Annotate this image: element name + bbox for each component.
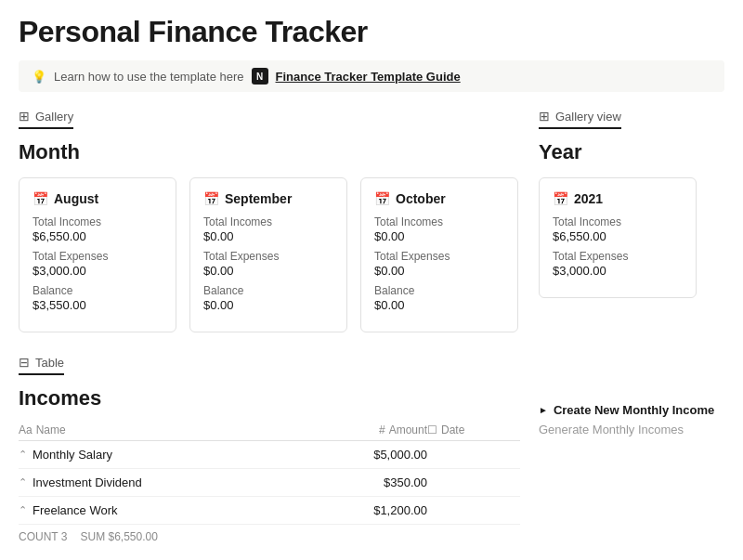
footer-count: COUNT 3 xyxy=(19,530,67,543)
row-amount: $5,000.00 xyxy=(306,448,427,462)
total-incomes-label: Total Incomes xyxy=(203,215,333,228)
table-footer: COUNT 3 SUM $6,550.00 xyxy=(19,525,520,549)
guide-link[interactable]: Finance Tracker Template Guide xyxy=(276,70,461,84)
row-name-text: Monthly Salary xyxy=(33,448,112,462)
table-row[interactable]: ⌃ Monthly Salary $5,000.00 xyxy=(19,441,520,469)
name-type-icon: Aa xyxy=(19,423,33,436)
col-amount-header: # Amount xyxy=(306,423,427,436)
month-gallery-cards: 📅 August Total Incomes $6,550.00 Total E… xyxy=(19,177,520,332)
balance-value: $0.00 xyxy=(203,298,333,312)
total-expenses-value: $3,000.00 xyxy=(33,264,163,278)
year-section: ⊞ Gallery view Year 📅 2021 Total Incomes… xyxy=(539,109,724,332)
balance-label: Balance xyxy=(203,284,333,297)
date-col-label: Date xyxy=(441,423,464,436)
month-card-september[interactable]: 📅 September Total Incomes $0.00 Total Ex… xyxy=(189,177,347,332)
calendar-icon: 📅 xyxy=(203,191,219,206)
incomes-section: ⊟ Table Incomes Aa Name # Amount ☐ Date xyxy=(19,355,520,549)
generate-monthly-incomes-link[interactable]: Generate Monthly Incomes xyxy=(539,423,724,436)
create-new-monthly-income-button[interactable]: ► Create New Monthly Income xyxy=(539,403,724,417)
row-name-text: Investment Dividend xyxy=(33,475,142,489)
month-section: ⊞ Gallery Month 📅 August Total Incomes $… xyxy=(19,109,520,332)
card-month-name: September xyxy=(225,191,292,206)
total-expenses-value: $0.00 xyxy=(374,264,504,278)
table-row[interactable]: ⌃ Freelance Work $1,200.00 xyxy=(19,497,520,525)
card-month-name: August xyxy=(54,191,98,206)
year-gallery-cards: 📅 2021 Total Incomes $6,550.00 Total Exp… xyxy=(539,177,724,298)
learn-text: Learn how to use the template here xyxy=(54,70,244,84)
gallery-tab[interactable]: ⊞ Gallery xyxy=(19,109,73,129)
total-expenses-value: $0.00 xyxy=(203,264,333,278)
balance-value: $3,550.00 xyxy=(33,298,163,312)
bulb-icon: 💡 xyxy=(32,70,46,84)
calendar-icon: 📅 xyxy=(374,191,390,206)
table-tab[interactable]: ⊟ Table xyxy=(19,355,64,375)
chevron-icon: ⌃ xyxy=(19,449,27,461)
table-header: Aa Name # Amount ☐ Date xyxy=(19,420,520,441)
total-expenses-label: Total Expenses xyxy=(33,250,163,263)
row-name-text: Freelance Work xyxy=(33,503,118,517)
year-card-name: 2021 xyxy=(574,191,603,206)
balance-value: $0.00 xyxy=(374,298,504,312)
balance-label: Balance xyxy=(33,284,163,297)
page-title: Personal Finance Tracker xyxy=(19,15,724,49)
total-incomes-label: Total Incomes xyxy=(33,215,163,228)
amount-col-label: Amount xyxy=(389,423,427,436)
total-expenses-label: Total Expenses xyxy=(374,250,504,263)
gallery-view-tab[interactable]: ⊞ Gallery view xyxy=(539,109,621,129)
bottom-section: ⊟ Table Incomes Aa Name # Amount ☐ Date xyxy=(19,355,724,549)
total-incomes-label: Total Incomes xyxy=(553,215,683,228)
month-card-october[interactable]: 📅 October Total Incomes $0.00 Total Expe… xyxy=(360,177,518,332)
actions-column: ► Create New Monthly Income Generate Mon… xyxy=(539,355,724,549)
total-incomes-value: $6,550.00 xyxy=(33,229,163,243)
table-tab-label: Table xyxy=(35,356,64,370)
card-month-name: October xyxy=(396,191,446,206)
col-name-header: Aa Name xyxy=(19,423,306,436)
gallery-view-icon: ⊞ xyxy=(539,109,550,124)
table-icon: ⊟ xyxy=(19,355,30,370)
month-card-august[interactable]: 📅 August Total Incomes $6,550.00 Total E… xyxy=(19,177,176,332)
total-expenses-value: $3,000.00 xyxy=(553,264,683,278)
create-btn-label: Create New Monthly Income xyxy=(554,403,714,417)
name-col-label: Name xyxy=(36,423,66,436)
total-incomes-value: $0.00 xyxy=(203,229,333,243)
total-expenses-label: Total Expenses xyxy=(203,250,333,263)
year-heading: Year xyxy=(539,140,724,164)
table-row[interactable]: ⌃ Investment Dividend $350.00 xyxy=(19,469,520,497)
total-incomes-label: Total Incomes xyxy=(374,215,504,228)
date-type-icon: ☐ xyxy=(427,423,437,436)
balance-label: Balance xyxy=(374,284,504,297)
incomes-heading: Incomes xyxy=(19,386,520,410)
footer-sum: SUM $6,550.00 xyxy=(80,530,157,543)
total-expenses-label: Total Expenses xyxy=(553,250,683,263)
row-amount: $350.00 xyxy=(306,475,427,489)
gallery-view-tab-label: Gallery view xyxy=(555,110,621,124)
learn-bar: 💡 Learn how to use the template here N F… xyxy=(19,60,724,92)
col-date-header: ☐ Date xyxy=(427,423,520,436)
calendar-icon: 📅 xyxy=(33,191,48,206)
month-heading: Month xyxy=(19,140,520,164)
row-amount: $1,200.00 xyxy=(306,503,427,517)
top-section: ⊞ Gallery Month 📅 August Total Incomes $… xyxy=(19,109,724,332)
gallery-icon: ⊞ xyxy=(19,109,30,124)
gallery-tab-label: Gallery xyxy=(35,110,73,124)
total-incomes-value: $6,550.00 xyxy=(553,229,683,243)
arrow-icon: ► xyxy=(539,405,548,415)
year-card-2021[interactable]: 📅 2021 Total Incomes $6,550.00 Total Exp… xyxy=(539,177,697,298)
total-incomes-value: $0.00 xyxy=(374,229,504,243)
amount-type-icon: # xyxy=(379,423,385,436)
calendar-icon: 📅 xyxy=(553,191,568,206)
chevron-icon: ⌃ xyxy=(19,504,27,516)
notion-icon: N xyxy=(252,68,268,85)
chevron-icon: ⌃ xyxy=(19,476,27,488)
